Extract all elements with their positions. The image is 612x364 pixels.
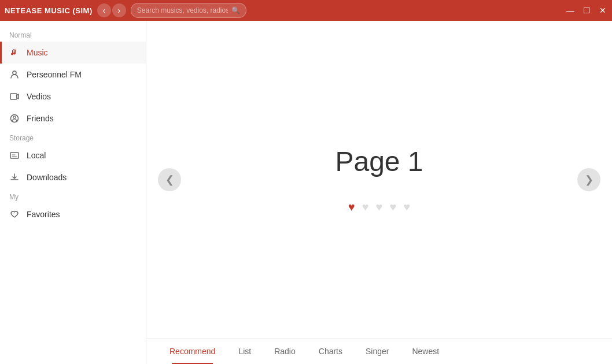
carousel-prev-button[interactable]: ❮ (158, 168, 181, 191)
section-label-storage: Storage (0, 129, 146, 144)
dot-indicators: ♥ ♥ ♥ ♥ ♥ (175, 200, 583, 214)
carousel-area: ❮ Page 1 ♥ ♥ ♥ ♥ ♥ ❯ (146, 21, 612, 338)
dot-3[interactable]: ♥ (376, 200, 383, 214)
vedios-label: Vedios (27, 92, 51, 101)
tabs-bar: Recommend List Radio Charts Singer Newes… (146, 338, 612, 364)
tab-list[interactable]: List (227, 339, 263, 364)
download-icon (9, 172, 20, 183)
sidebar-item-local[interactable]: Local (0, 144, 146, 166)
tab-recommend[interactable]: Recommend (158, 339, 227, 364)
carousel-next-button[interactable]: ❯ (577, 168, 600, 191)
svg-point-3 (13, 116, 16, 118)
close-button[interactable]: ✕ (598, 6, 607, 15)
tab-radio[interactable]: Radio (263, 339, 307, 364)
sidebar-item-favorites[interactable]: Favorites (0, 203, 146, 225)
page-title: Page 1 (175, 146, 583, 177)
dot-2[interactable]: ♥ (362, 200, 369, 214)
dot-4[interactable]: ♥ (389, 200, 396, 214)
nav-back-button[interactable]: ‹ (97, 3, 111, 17)
sidebar-item-friends[interactable]: Friends (0, 107, 146, 129)
app-title: NETEASE MUSIC (SIM) (5, 6, 93, 15)
dot-5[interactable]: ♥ (403, 200, 410, 214)
person-icon (9, 69, 20, 80)
minimize-button[interactable]: — (566, 6, 575, 15)
friends-label: Friends (27, 114, 54, 123)
favorites-label: Favorites (27, 210, 60, 219)
local-label: Local (27, 151, 46, 160)
video-icon (9, 91, 20, 102)
search-input[interactable] (137, 6, 228, 14)
tab-newest[interactable]: Newest (400, 339, 451, 364)
sidebar-item-perseonnel-fm[interactable]: Perseonnel FM (0, 64, 146, 86)
svg-rect-4 (10, 153, 19, 158)
tab-charts[interactable]: Charts (307, 339, 354, 364)
music-icon (9, 47, 20, 58)
downloads-label: Downloads (27, 173, 67, 182)
nav-buttons: ‹ › (97, 3, 126, 17)
perseonnel-fm-label: Perseonnel FM (27, 70, 82, 79)
search-bar: 🔍 (131, 3, 246, 18)
tab-singer[interactable]: Singer (354, 339, 400, 364)
section-label-normal: Normal (0, 27, 146, 42)
main-layout: Normal Music Perseonnel FM (0, 21, 612, 364)
section-label-my: My (0, 188, 146, 203)
local-icon (9, 150, 20, 161)
content-area: ❮ Page 1 ♥ ♥ ♥ ♥ ♥ ❯ Recommend List Radi… (146, 21, 612, 364)
heart-icon (9, 209, 20, 220)
title-bar-left: NETEASE MUSIC (SIM) ‹ › 🔍 (5, 3, 246, 18)
music-label: Music (27, 48, 48, 57)
nav-forward-button[interactable]: › (112, 3, 126, 17)
svg-point-0 (13, 71, 16, 75)
window-controls: — ☐ ✕ (566, 6, 607, 15)
sidebar-item-vedios[interactable]: Vedios (0, 86, 146, 107)
sidebar-item-downloads[interactable]: Downloads (0, 166, 146, 188)
maximize-button[interactable]: ☐ (582, 6, 591, 15)
search-icon: 🔍 (231, 6, 240, 14)
svg-rect-1 (10, 94, 17, 99)
sidebar-item-music[interactable]: Music (0, 42, 146, 64)
sidebar: Normal Music Perseonnel FM (0, 21, 146, 364)
title-bar: NETEASE MUSIC (SIM) ‹ › 🔍 — ☐ ✕ (0, 0, 612, 21)
friends-icon (9, 113, 20, 124)
carousel-content: Page 1 ♥ ♥ ♥ ♥ ♥ (175, 146, 583, 214)
dot-1[interactable]: ♥ (348, 200, 355, 214)
